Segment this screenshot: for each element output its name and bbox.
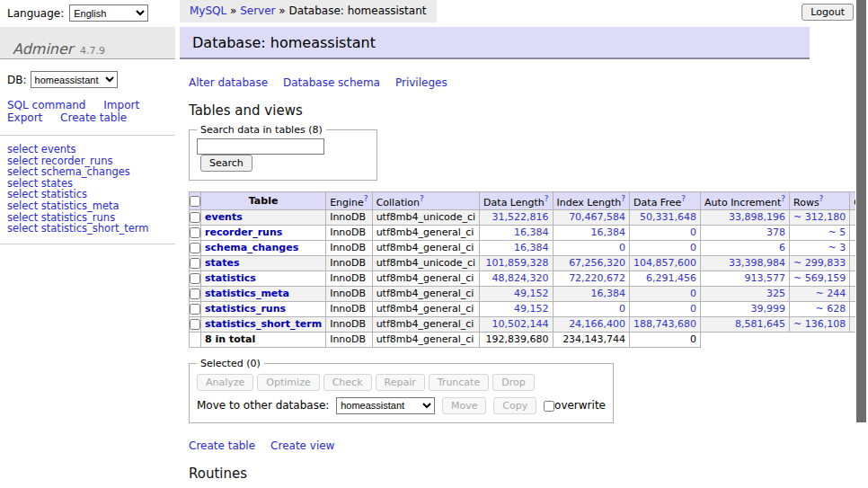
- rows-link[interactable]: ~ 136,108: [793, 318, 846, 330]
- row-checkbox-statistics[interactable]: [190, 273, 200, 284]
- create-table-link[interactable]: Create table: [189, 439, 255, 452]
- select-all-checkbox[interactable]: [190, 196, 200, 207]
- row-checkbox-events[interactable]: [190, 212, 200, 223]
- language-select[interactable]: English: [69, 4, 148, 22]
- column-help-link[interactable]: ?: [819, 194, 824, 203]
- data-free-link[interactable]: 50,331,648: [640, 211, 696, 223]
- check-button[interactable]: Check: [323, 374, 372, 391]
- rows-link[interactable]: ~ 312,180: [793, 211, 846, 223]
- row-checkbox-cell: [190, 286, 201, 301]
- drop-button[interactable]: Drop: [492, 374, 534, 391]
- column-help-link[interactable]: ?: [545, 194, 549, 203]
- move-button[interactable]: Move: [442, 397, 487, 414]
- total-engine-cell: InnoDB: [326, 332, 372, 347]
- vertical-scrollbar[interactable]: [855, 0, 868, 488]
- scrollbar-thumb[interactable]: [856, 0, 866, 422]
- truncate-button[interactable]: Truncate: [429, 374, 489, 391]
- index-length-cell: 70,467,584: [553, 209, 630, 225]
- rows-link[interactable]: ~ 3: [828, 242, 846, 253]
- data-free-link[interactable]: 188,743,680: [633, 318, 696, 330]
- row-checkbox-statistics-runs[interactable]: [190, 304, 200, 315]
- table-link-recorder-runs[interactable]: recorder_runs: [205, 226, 282, 238]
- index-length-link[interactable]: 72,220,672: [569, 272, 625, 284]
- repair-button[interactable]: Repair: [376, 374, 425, 391]
- row-checkbox-states[interactable]: [190, 258, 200, 269]
- data-length-link[interactable]: 49,152: [514, 288, 549, 299]
- column-header-index-length: Index Length?: [553, 192, 630, 210]
- search-input[interactable]: [197, 138, 324, 155]
- copy-button[interactable]: Copy: [493, 397, 536, 414]
- data-length-link[interactable]: 49,152: [514, 303, 549, 315]
- rows-link[interactable]: ~ 299,833: [793, 257, 846, 269]
- auto-increment-link[interactable]: 6: [779, 242, 785, 253]
- data-free-link[interactable]: 0: [690, 226, 696, 238]
- alter-database-link[interactable]: Alter database: [189, 76, 268, 89]
- db-select[interactable]: homeassistant: [31, 71, 118, 88]
- column-help-link[interactable]: ?: [621, 194, 625, 203]
- logout-button[interactable]: Logout: [802, 4, 854, 21]
- db-selector-row: DB:homeassistant: [7, 71, 175, 88]
- index-length-link[interactable]: 24,166,400: [569, 318, 625, 330]
- auto-increment-link[interactable]: 33,898,196: [729, 211, 785, 223]
- data-free-link[interactable]: 6,291,456: [646, 272, 696, 284]
- collation-cell: utf8mb4_general_ci: [372, 286, 479, 301]
- data-free-link[interactable]: 0: [690, 288, 696, 299]
- table-link-statistics-short-term[interactable]: statistics_short_term: [205, 318, 322, 330]
- database-schema-link[interactable]: Database schema: [283, 76, 380, 89]
- index-length-link[interactable]: 16,384: [591, 226, 626, 238]
- rows-link[interactable]: ~ 628: [815, 303, 846, 315]
- sql-command-link[interactable]: SQL command: [7, 99, 85, 111]
- row-checkbox-recorder-runs[interactable]: [190, 227, 200, 238]
- table-link-statistics-runs[interactable]: statistics_runs: [205, 303, 286, 315]
- rows-link[interactable]: ~ 5: [828, 226, 846, 238]
- index-length-link[interactable]: 16,384: [591, 288, 626, 299]
- create-table-link[interactable]: Create table: [60, 111, 127, 124]
- column-help-link[interactable]: ?: [364, 194, 368, 203]
- import-link[interactable]: Import: [103, 99, 139, 111]
- table-link-states[interactable]: states: [205, 257, 240, 269]
- row-checkbox-schema-changes[interactable]: [190, 243, 200, 253]
- export-link[interactable]: Export: [7, 111, 42, 124]
- column-help-link[interactable]: ?: [681, 194, 686, 203]
- data-length-link[interactable]: 31,522,816: [492, 211, 549, 223]
- auto-increment-link[interactable]: 33,398,984: [729, 257, 785, 269]
- data-length-link[interactable]: 16,384: [514, 242, 549, 253]
- privileges-link[interactable]: Privileges: [395, 76, 447, 89]
- auto-increment-link[interactable]: 913,577: [745, 272, 786, 284]
- data-length-link[interactable]: 10,502,144: [492, 318, 549, 330]
- data-length-link[interactable]: 101,859,328: [486, 257, 549, 269]
- data-free-link[interactable]: 104,857,600: [633, 257, 696, 269]
- index-length-link[interactable]: 0: [619, 303, 625, 315]
- auto-increment-link[interactable]: 378: [766, 226, 785, 238]
- data-length-link[interactable]: 16,384: [514, 226, 549, 238]
- row-checkbox-statistics-short-term[interactable]: [190, 319, 200, 330]
- column-help-link[interactable]: ?: [781, 194, 785, 203]
- table-link-schema-changes[interactable]: schema_changes: [205, 242, 298, 253]
- auto-increment-link[interactable]: 8,581,645: [735, 318, 785, 330]
- auto-increment-link[interactable]: 39,999: [751, 303, 786, 315]
- overwrite-checkbox[interactable]: [544, 401, 554, 412]
- table-link-statistics-meta[interactable]: statistics_meta: [205, 288, 289, 299]
- search-button[interactable]: Search: [200, 155, 252, 172]
- move-db-select[interactable]: homeassistant: [336, 397, 435, 414]
- data-length-link[interactable]: 48,824,320: [492, 272, 549, 284]
- rows-link[interactable]: ~ 569,159: [793, 272, 846, 284]
- table-link-statistics[interactable]: statistics: [205, 272, 256, 284]
- index-length-link[interactable]: 0: [619, 242, 625, 253]
- breadcrumb-item-server[interactable]: Server: [240, 4, 275, 17]
- row-checkbox-statistics-meta[interactable]: [190, 288, 200, 299]
- data-free-link[interactable]: 0: [690, 303, 696, 315]
- index-length-link[interactable]: 67,256,320: [569, 257, 625, 269]
- analyze-button[interactable]: Analyze: [197, 374, 253, 391]
- table-link-events[interactable]: events: [205, 211, 243, 223]
- table-row-schema-changes: schema_changesInnoDButf8mb4_general_ci16…: [190, 240, 868, 255]
- index-length-link[interactable]: 70,467,584: [569, 211, 625, 223]
- auto-increment-link[interactable]: 325: [766, 288, 785, 299]
- create-view-link[interactable]: Create view: [270, 439, 334, 452]
- data-free-link[interactable]: 0: [690, 242, 696, 253]
- optimize-button[interactable]: Optimize: [257, 374, 319, 391]
- breadcrumb-item-mysql[interactable]: MySQL: [190, 4, 226, 17]
- column-help-link[interactable]: ?: [420, 194, 424, 203]
- rows-link[interactable]: ~ 244: [815, 288, 846, 299]
- sidebar-item-select-statistics-short-term[interactable]: select statistics_short_term: [7, 222, 148, 235]
